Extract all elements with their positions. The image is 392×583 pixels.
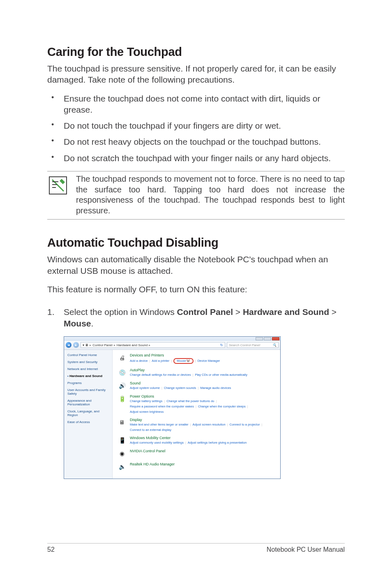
minimize-button[interactable] [256, 337, 263, 340]
category-links: Add a device|Add a printer|Mouse 🐭|Devic… [130, 358, 275, 364]
category-icon: 💿 [118, 368, 127, 377]
highlight-mouse[interactable]: Mouse 🐭 [173, 358, 194, 364]
category-icon: 📱 [118, 436, 127, 445]
link-separator: | [216, 399, 217, 403]
step-sep: > [329, 307, 337, 317]
sidebar-item-network[interactable]: Network and Internet [67, 367, 109, 371]
link-separator: | [198, 386, 198, 390]
link-separator: | [196, 405, 196, 408]
note-icon [47, 174, 69, 216]
category-link[interactable]: Change what the power buttons do [166, 399, 214, 403]
category-title[interactable]: Windows Mobility Center [130, 436, 275, 440]
category-row: 💿AutoPlayChange default settings for med… [118, 368, 275, 377]
window-titlebar [64, 337, 280, 341]
category-link[interactable]: Mouse [177, 359, 186, 363]
category-body: Power OptionsChange battery settings|Cha… [130, 394, 275, 414]
category-link[interactable]: Device Manager [198, 359, 220, 363]
category-link[interactable]: Change when the computer sleeps [198, 405, 246, 408]
content-pane: 🖨Devices and PrintersAdd a device|Add a … [113, 350, 280, 479]
sidebar-item-hardware[interactable]: Hardware and Sound [67, 374, 109, 378]
category-link[interactable]: Adjust screen brightness [130, 410, 164, 414]
category-body: SoundAdjust system volume|Change system … [130, 381, 275, 390]
category-link[interactable]: Manage audio devices [200, 386, 231, 390]
category-link[interactable]: Connect to an external display [130, 428, 171, 432]
sidebar: Control Panel Home System and Security N… [64, 350, 113, 479]
category-icon: 🔊 [118, 381, 127, 390]
refresh-icon[interactable]: ↻ [220, 343, 223, 347]
tip-item: Ensure the touchpad does not come into c… [59, 93, 345, 116]
search-icon: 🔍 [272, 343, 277, 347]
category-title[interactable]: Display [130, 418, 275, 422]
sidebar-item-system[interactable]: System and Security [67, 360, 109, 364]
category-link[interactable]: Play CDs or other media automatically [195, 373, 247, 377]
intro-caring: The touchpad is pressure sensitive. If n… [47, 63, 345, 86]
category-row: 📱Windows Mobility CenterAdjust commonly … [118, 436, 275, 445]
category-link[interactable]: Require a password when the computer wak… [130, 405, 194, 408]
category-icon: 🔈 [118, 462, 127, 471]
category-links: Change battery settings|Change what the … [130, 399, 275, 414]
category-title[interactable]: NVIDIA Control Panel [130, 449, 275, 453]
category-link[interactable]: Adjust system volume [130, 386, 160, 390]
category-icon: 🖥 [118, 418, 127, 427]
category-icon: 🖨 [118, 353, 127, 362]
category-body: Windows Mobility CenterAdjust commonly u… [130, 436, 275, 445]
link-separator: | [171, 359, 172, 363]
category-link[interactable]: Change default settings for media or dev… [130, 373, 191, 377]
steps-list: 1. Select the option in Windows Control … [47, 306, 345, 329]
category-row: ◉NVIDIA Control Panel [118, 449, 275, 458]
step-bold: Control Panel [177, 307, 233, 317]
category-link[interactable]: Make text and other items larger or smal… [130, 423, 189, 426]
category-link[interactable]: Adjust settings before giving a presenta… [188, 441, 247, 444]
category-title[interactable]: Realtek HD Audio Manager [130, 462, 275, 466]
category-title[interactable]: AutoPlay [130, 368, 275, 372]
sidebar-item-clock[interactable]: Clock, Language, and Region [67, 409, 109, 417]
intro-auto-2: This feature is normally OFF, to turn ON… [47, 284, 345, 295]
screenshot-control-panel: ◄ ► ▾ 🖥 ▸ Control Panel ▸ Hardware and S… [64, 336, 281, 479]
forward-button[interactable]: ► [73, 342, 79, 348]
step-bold: Mouse [64, 319, 91, 328]
crumb-item[interactable]: Control Panel [92, 343, 112, 347]
page-footer: 52 Notebook PC User Manual [47, 543, 345, 553]
heading-auto-disable: Automatic Touchpad Disabling [47, 236, 345, 250]
intro-auto-1: Windows can automatically disable the No… [47, 254, 345, 276]
sidebar-item-home[interactable]: Control Panel Home [67, 353, 109, 357]
mouse-icon: 🐭 [186, 359, 190, 363]
category-link[interactable]: Add a device [130, 359, 148, 363]
category-row: 🖨Devices and PrintersAdd a device|Add a … [118, 353, 275, 364]
window-body: Control Panel Home System and Security N… [64, 350, 280, 479]
sidebar-item-user-accounts[interactable]: User Accounts and Family Safety [67, 388, 109, 396]
category-links: Change default settings for media or dev… [130, 373, 275, 377]
category-link[interactable]: Adjust commonly used mobility settings [130, 441, 184, 444]
category-link[interactable]: Adjust screen resolution [193, 423, 226, 426]
category-row: 🔊SoundAdjust system volume|Change system… [118, 381, 275, 390]
breadcrumb-icon: ▾ 🖥 [83, 343, 88, 347]
link-separator: | [149, 359, 150, 363]
link-separator: | [164, 399, 165, 403]
sidebar-item-ease[interactable]: Ease of Access [67, 420, 109, 424]
category-link[interactable]: Add a printer [152, 359, 169, 363]
search-input[interactable]: Search Control Panel 🔍 [227, 342, 279, 348]
maximize-button[interactable] [264, 337, 271, 340]
category-body: Devices and PrintersAdd a device|Add a p… [130, 353, 275, 364]
breadcrumb[interactable]: ▾ 🖥 ▸ Control Panel ▸ Hardware and Sound… [81, 342, 225, 348]
close-button[interactable] [272, 337, 279, 340]
sidebar-item-programs[interactable]: Programs [67, 381, 109, 385]
category-title[interactable]: Devices and Printers [130, 353, 275, 357]
step-sep: > [233, 307, 243, 317]
category-link[interactable]: Change battery settings [130, 399, 162, 403]
tip-item: Do not touch the touchpad if your finger… [59, 120, 345, 131]
category-link[interactable]: Connect to a projector [230, 423, 260, 426]
category-title[interactable]: Sound [130, 381, 275, 385]
link-separator: | [190, 423, 191, 426]
back-button[interactable]: ◄ [66, 342, 71, 348]
link-separator: | [192, 373, 193, 377]
crumb-sep: ▸ [90, 343, 91, 347]
category-link[interactable]: Change system sounds [164, 386, 196, 390]
crumb-item[interactable]: Hardware and Sound [117, 343, 148, 347]
tip-item: Do not scratch the touchpad with your fi… [59, 153, 345, 164]
category-body: Realtek HD Audio Manager [130, 462, 275, 471]
sidebar-item-appearance[interactable]: Appearance and Personalization [67, 399, 109, 406]
category-title[interactable]: Power Options [130, 394, 275, 398]
category-body: NVIDIA Control Panel [130, 449, 275, 458]
link-separator: | [161, 386, 162, 390]
